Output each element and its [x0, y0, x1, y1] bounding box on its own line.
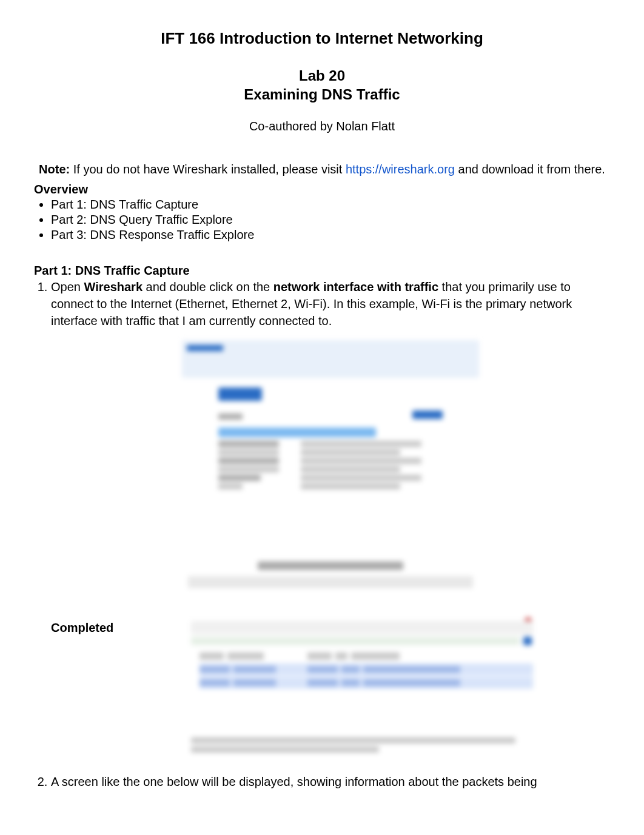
steps-list: Open Wireshark and double click on the n… — [34, 279, 610, 790]
step2-text: A screen like the one below will be disp… — [51, 775, 537, 788]
lab-name: Examining DNS Traffic — [244, 86, 400, 102]
list-item: Part 2: DNS Query Traffic Explore — [51, 213, 610, 227]
screenshot-1 — [182, 340, 479, 610]
step1-bold1: Wireshark — [84, 280, 143, 293]
step-1: Open Wireshark and double click on the n… — [51, 279, 610, 768]
author-line: Co-authored by Nolan Flatt — [34, 119, 610, 133]
step1-text: Open — [51, 280, 84, 293]
wireshark-link[interactable]: https://wireshark.org — [346, 163, 455, 176]
overview-list: Part 1: DNS Traffic Capture Part 2: DNS … — [34, 198, 610, 242]
step-2: A screen like the one below will be disp… — [51, 774, 610, 791]
completed-label: Completed — [51, 620, 113, 637]
lab-title: Lab 20 Examining DNS Traffic — [34, 66, 610, 104]
note-label: Note: — [39, 163, 70, 176]
note-text-after: and download it from there. — [455, 163, 605, 176]
list-item: Part 1: DNS Traffic Capture — [51, 198, 610, 212]
lab-number: Lab 20 — [299, 67, 345, 84]
list-item: Part 3: DNS Response Traffic Explore — [51, 228, 610, 242]
note-text-before: If you do not have Wireshark installed, … — [70, 163, 346, 176]
step1-text2: and double click on the — [143, 280, 273, 293]
overview-heading: Overview — [34, 183, 610, 196]
course-title: IFT 166 Introduction to Internet Network… — [34, 29, 610, 48]
part1-heading: Part 1: DNS Traffic Capture — [34, 264, 610, 278]
step1-bold2: network interface with traffic — [273, 280, 438, 293]
screenshot-2 — [186, 610, 538, 768]
note-paragraph: Note: If you do not have Wireshark insta… — [34, 161, 610, 178]
